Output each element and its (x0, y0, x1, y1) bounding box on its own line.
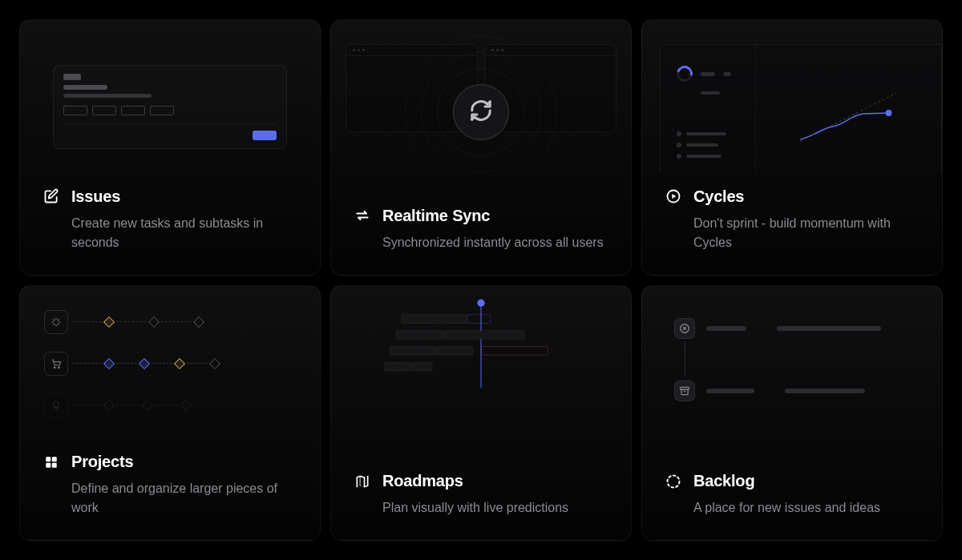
svg-rect-5 (52, 457, 57, 461)
card-title: Backlog (693, 472, 754, 490)
play-circle-icon (665, 187, 682, 205)
card-title: Issues (71, 187, 120, 206)
svg-rect-18 (385, 362, 412, 371)
grid-icon (42, 453, 60, 471)
card-description: Create new tasks and subtasks in seconds (71, 214, 297, 252)
card-title: Cycles (693, 187, 744, 206)
bulb-icon (44, 393, 68, 417)
backlog-illustration (642, 286, 942, 439)
feature-card-grid: Issues Create new tasks and subtasks in … (19, 19, 943, 541)
issues-illustration (20, 20, 320, 173)
card-description: Define and organize larger pieces of wor… (71, 479, 297, 518)
card-description: Don't sprint - build momentum with Cycle… (693, 214, 920, 252)
archive-icon (674, 381, 695, 401)
svg-rect-19 (413, 362, 432, 371)
svg-rect-21 (681, 387, 689, 389)
cart-icon (44, 352, 68, 376)
svg-point-2 (54, 366, 55, 368)
refresh-icon (469, 99, 493, 126)
card-realtime-sync[interactable]: Realtime Sync Synchronized instantly acr… (330, 19, 632, 276)
donut-progress-icon (673, 62, 695, 84)
svg-point-0 (886, 110, 892, 116)
svg-point-22 (668, 475, 680, 487)
sync-arrows-icon (354, 207, 371, 224)
map-icon (354, 473, 371, 490)
svg-point-3 (59, 366, 60, 368)
svg-rect-15 (390, 346, 435, 355)
svg-rect-11 (441, 314, 467, 323)
accent-button-mock (253, 131, 277, 140)
svg-rect-4 (46, 457, 51, 461)
card-cycles[interactable]: Cycles Don't sprint - build momentum wit… (641, 19, 943, 276)
card-title: Realtime Sync (382, 207, 490, 225)
sync-illustration (331, 20, 631, 173)
svg-rect-10 (402, 314, 440, 323)
card-description: Plan visually with live predictions (382, 498, 608, 518)
svg-rect-6 (46, 462, 51, 467)
card-description: A place for new issues and ideas (693, 498, 920, 518)
card-title: Roadmaps (382, 472, 463, 490)
card-projects[interactable]: Projects Define and organize larger piec… (19, 285, 321, 542)
svg-rect-17 (481, 346, 548, 355)
sparkle-icon (44, 310, 68, 334)
card-backlog[interactable]: Backlog A place for new issues and ideas (641, 285, 943, 542)
card-title: Projects (71, 453, 133, 471)
svg-rect-14 (445, 330, 524, 339)
svg-rect-16 (436, 346, 472, 355)
cycles-illustration (642, 20, 942, 173)
close-circle-icon (674, 318, 695, 339)
roadmaps-illustration (331, 286, 631, 439)
edit-square-icon (42, 187, 60, 205)
svg-rect-7 (52, 462, 57, 467)
card-issues[interactable]: Issues Create new tasks and subtasks in … (19, 19, 321, 276)
issue-panel-mock (53, 65, 287, 149)
card-roadmaps[interactable]: Roadmaps Plan visually with live predict… (330, 285, 632, 542)
card-description: Synchronized instantly across all users (382, 233, 608, 252)
svg-rect-12 (467, 314, 491, 323)
dashed-circle-icon (665, 473, 682, 490)
svg-point-9 (477, 299, 484, 306)
projects-illustration (20, 286, 320, 439)
svg-rect-13 (396, 330, 444, 339)
